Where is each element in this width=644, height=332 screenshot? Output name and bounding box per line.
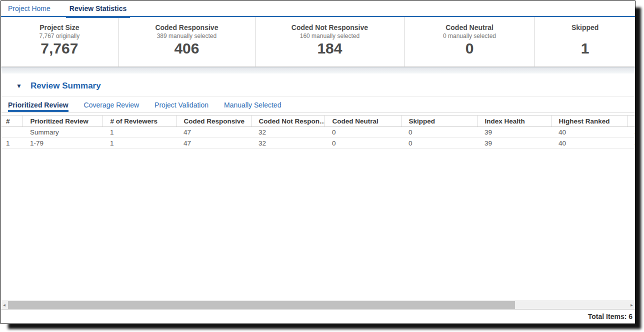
divider [1,112,635,112]
column-header-reviewers: # of Reviewers [102,116,176,127]
cell: 1 [102,127,176,138]
stat-card-coded-responsive: Coded Responsive 389 manually selected 4… [118,17,256,66]
total-items-count: Total Items: 6 [588,312,632,320]
column-header-clipped: Hi [627,116,635,127]
cell: 0 [324,138,401,149]
column-header-index-health: Index Health [477,116,551,127]
cell: Summary [22,127,102,138]
cell: 32 [627,138,635,149]
tab-review-statistics[interactable]: Review Statistics [70,1,126,16]
stat-card-title: Coded Not Responsive [256,24,404,32]
cell: 39 [477,127,551,138]
section-separator [1,67,635,74]
stat-cards-row: Project Size 7,767 originally 7,767 Code… [1,17,635,67]
review-summary-header: ▼ Review Summary [1,74,635,96]
tab-project-home[interactable]: Project Home [8,1,50,16]
stat-card-subtitle: 160 manually selected [256,32,404,40]
table-header-row: # Prioritized Review # of Reviewers Code… [1,116,635,127]
subtab-prioritized-review[interactable]: Prioritized Review [8,101,68,112]
stat-card-title: Project Size [1,24,118,32]
cell: 1 [102,138,176,149]
column-header-coded-responsive: Coded Responsive [176,116,251,127]
column-header-number: # [1,116,22,127]
stat-card-title: Coded Responsive [118,24,256,32]
column-header-highest-ranked: Highest Ranked [551,116,627,127]
main-tabbar: Project Home Review Statistics [1,1,635,17]
horizontal-scrollbar[interactable]: ◄ ► [1,300,635,310]
stat-card-coded-neutral: Coded Neutral 0 manually selected 0 [404,17,536,66]
scroll-right-arrow-icon[interactable]: ► [628,301,635,309]
stat-card-subtitle: 0 manually selected [404,32,535,40]
cell: 39 [477,138,551,149]
cell: 32 [627,127,635,138]
column-header-coded-not-responsive: Coded Not Respon… [251,116,324,127]
stat-card-value: 1 [535,40,635,57]
review-summary-title[interactable]: Review Summary [30,81,101,91]
stat-card-subtitle: 389 manually selected [118,32,256,40]
column-header-coded-neutral: Coded Neutral [324,116,401,127]
stat-card-value: 184 [256,40,404,57]
cell: 47 [176,127,251,138]
review-summary-table-container: # Prioritized Review # of Reviewers Code… [1,115,635,149]
column-header-skipped: Skipped [401,116,477,127]
scroll-left-arrow-icon[interactable]: ◄ [1,301,8,309]
cell: 40 [551,138,627,149]
scrollbar-thumb[interactable] [8,301,515,309]
cell: 32 [251,127,324,138]
cell: 32 [251,138,324,149]
stat-card-subtitle: 7,767 originally [1,32,118,40]
cell: 1 [1,138,22,149]
stat-card-project-size: Project Size 7,767 originally 7,767 [1,17,118,66]
stat-card-value: 7,767 [1,40,118,57]
stat-card-title: Skipped [535,24,635,32]
cell: 47 [176,138,251,149]
subtab-manually-selected[interactable]: Manually Selected [224,101,281,112]
review-summary-table: # Prioritized Review # of Reviewers Code… [1,115,635,149]
review-statistics-window: Project Home Review Statistics Project S… [0,0,636,324]
review-summary-tabbar: Prioritized Review Coverage Review Proje… [1,96,635,112]
cell: 1-79 [22,138,102,149]
column-header-prioritized-review: Prioritized Review [22,116,102,127]
collapse-caret-down-icon[interactable]: ▼ [16,82,22,90]
stat-card-coded-not-responsive: Coded Not Responsive 160 manually select… [256,17,404,66]
stat-card-value: 0 [404,40,535,57]
table-footer: Total Items: 6 [1,310,635,324]
subtab-project-validation[interactable]: Project Validation [154,101,208,112]
cell: 0 [324,127,401,138]
subtab-coverage-review[interactable]: Coverage Review [84,101,140,112]
stat-card-value: 406 [118,40,256,57]
cell: 0 [401,127,477,138]
cell: 40 [551,127,627,138]
stat-card-subtitle [535,32,635,40]
stat-card-title: Coded Neutral [404,24,535,32]
stat-card-skipped: Skipped 1 [535,17,635,66]
cell [1,127,22,138]
table-row-summary[interactable]: Summary 1 47 32 0 0 39 40 32 [1,127,635,138]
cell: 0 [401,138,477,149]
table-row-1-79[interactable]: 1 1-79 1 47 32 0 0 39 40 32 [1,138,635,149]
